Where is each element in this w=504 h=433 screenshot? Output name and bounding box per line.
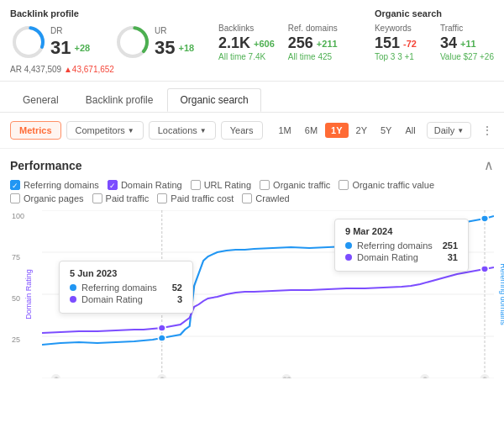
cb-paid-traffic-cost-box xyxy=(157,193,167,203)
tooltip2-dot-dr xyxy=(481,266,489,272)
top-section: Backlink profile DR 31 +28 xyxy=(0,0,504,82)
time-1m[interactable]: 1M xyxy=(273,123,297,138)
tooltip1-row-ref: Referring domains 52 xyxy=(70,283,182,293)
keywords-label: Keywords xyxy=(375,24,425,33)
traffic-sub-label: Value xyxy=(440,52,461,61)
traffic-sub-value: $27 xyxy=(464,52,478,61)
ref-domains-sub-value: 425 xyxy=(318,52,332,61)
y-axis-right-label: Referring domains xyxy=(499,263,504,325)
daily-chevron: ▼ xyxy=(457,127,464,135)
ref-domains-label: Ref. domains xyxy=(288,24,339,33)
cb-url-rating-box xyxy=(191,180,201,190)
tooltip2-date: 9 Mar 2024 xyxy=(345,226,458,236)
traffic-value: 34 xyxy=(440,34,457,52)
collapse-button[interactable]: ∧ xyxy=(484,157,494,173)
cb-crawled-box xyxy=(242,193,252,203)
tooltip1-ref-dot xyxy=(70,284,76,291)
traffic-delta: +11 xyxy=(460,39,476,49)
y-axis-left-label: Domain Rating xyxy=(24,269,33,319)
ref-domains-value: 256 xyxy=(288,34,313,52)
tooltip-jun-2023: 5 Jun 2023 Referring domains 52 Domain R… xyxy=(59,261,193,314)
time-2y[interactable]: 2Y xyxy=(350,123,373,138)
ref-domains-delta: +211 xyxy=(317,39,338,49)
backlink-section-label: Backlink profile xyxy=(10,8,358,18)
backlinks-label: Backlinks xyxy=(218,24,275,33)
dr-label: DR xyxy=(50,26,101,35)
cb-organic-traffic[interactable]: Organic traffic xyxy=(260,180,330,190)
ar-value: 4,437,509 xyxy=(24,65,62,74)
ur-gauge xyxy=(114,24,151,61)
cb-domain-rating-box xyxy=(108,180,118,190)
cb-url-rating[interactable]: URL Rating xyxy=(191,180,251,190)
svg-text:⑥⑥: ⑥⑥ xyxy=(282,376,291,378)
dr-delta: +28 xyxy=(74,43,90,53)
keywords-delta: -72 xyxy=(403,39,417,49)
backlinks-value: 2.1K xyxy=(218,34,250,52)
tooltip1-row-dr: Domain Rating 3 xyxy=(70,294,182,304)
tooltip1-dr-dot xyxy=(70,296,76,303)
tab-backlink-profile[interactable]: Backlink profile xyxy=(73,88,166,112)
ar-label: AR xyxy=(10,65,22,74)
svg-text:②: ② xyxy=(482,376,486,378)
time-5y[interactable]: 5Y xyxy=(375,123,397,138)
traffic-sub-delta: +26 xyxy=(480,52,494,61)
competitors-chevron: ▼ xyxy=(128,127,134,135)
svg-text:⑧: ⑧ xyxy=(423,376,427,378)
tooltip2-dr-val: 31 xyxy=(448,252,458,262)
backlinks-delta: +606 xyxy=(254,39,275,49)
more-options-button[interactable]: ⋮ xyxy=(476,121,498,140)
performance-section: Performance ∧ Referring domains Domain R… xyxy=(0,149,504,210)
checkbox-row-1: Referring domains Domain Rating URL Rati… xyxy=(10,180,494,190)
tooltip2-ref-dot xyxy=(345,242,352,249)
backlinks-sub-value: 7.4K xyxy=(249,52,266,61)
time-1y[interactable]: 1Y xyxy=(325,123,348,138)
cb-referring-domains[interactable]: Referring domains xyxy=(10,180,99,190)
tooltip2-dr-dot xyxy=(345,254,352,261)
tooltip1-dot-dr xyxy=(158,325,165,331)
time-group: 1M 6M 1Y 2Y 5Y All xyxy=(273,123,422,138)
organic-section-label: Organic search xyxy=(375,8,494,18)
cb-paid-traffic-box xyxy=(92,193,102,203)
cb-paid-traffic[interactable]: Paid traffic xyxy=(92,193,150,203)
cb-referring-domains-box xyxy=(10,180,20,190)
years-button[interactable]: Years xyxy=(221,121,263,140)
cb-organic-traffic-value[interactable]: Organic traffic value xyxy=(339,180,434,190)
tab-general[interactable]: General xyxy=(10,88,71,112)
tooltip1-ref-val: 52 xyxy=(172,283,182,293)
time-all[interactable]: All xyxy=(399,123,421,138)
tooltip1-dot-ref xyxy=(158,335,165,341)
dr-value: 31 xyxy=(50,37,71,59)
cb-organic-pages[interactable]: Organic pages xyxy=(10,193,84,203)
backlinks-sub-label: All time xyxy=(218,52,246,61)
tooltip-mar-2024: 9 Mar 2024 Referring domains 251 Domain … xyxy=(334,219,469,272)
ar-delta: ▲43,671,652 xyxy=(64,65,114,74)
cb-organic-traffic-box xyxy=(260,180,270,190)
ur-delta: +18 xyxy=(178,43,194,53)
daily-button[interactable]: Daily ▼ xyxy=(427,122,471,139)
keywords-sub-delta: +1 xyxy=(405,52,414,61)
tooltip1-dr-val: 3 xyxy=(177,294,182,304)
tab-organic-search[interactable]: Organic search xyxy=(167,88,260,112)
locations-chevron: ▼ xyxy=(200,127,207,135)
ur-label: UR xyxy=(155,26,205,35)
tooltip1-date: 5 Jun 2023 xyxy=(70,268,182,278)
tooltip2-ref-val: 251 xyxy=(443,240,458,251)
keywords-sub-value: 3 xyxy=(397,52,402,61)
tooltip2-dot-ref xyxy=(481,215,489,222)
svg-text:⑥: ⑥ xyxy=(54,376,58,378)
cb-organic-traffic-value-box xyxy=(339,180,349,190)
locations-button[interactable]: Locations ▼ xyxy=(149,121,216,140)
time-6m[interactable]: 6M xyxy=(299,123,323,138)
cb-paid-traffic-cost[interactable]: Paid traffic cost xyxy=(157,193,234,203)
competitors-button[interactable]: Competitors ▼ xyxy=(66,121,144,140)
dr-gauge xyxy=(10,24,47,61)
tooltip2-row-ref: Referring domains 251 xyxy=(345,240,458,251)
cb-crawled[interactable]: Crawled xyxy=(242,193,289,203)
traffic-label: Traffic xyxy=(440,24,494,33)
nav-tabs: General Backlink profile Organic search xyxy=(0,82,504,113)
ref-domains-sub-label: All time xyxy=(288,52,316,61)
cb-domain-rating[interactable]: Domain Rating xyxy=(108,180,182,190)
metrics-button[interactable]: Metrics xyxy=(10,121,61,140)
svg-text:⑧: ⑧ xyxy=(160,376,164,378)
performance-title: Performance xyxy=(10,159,82,172)
